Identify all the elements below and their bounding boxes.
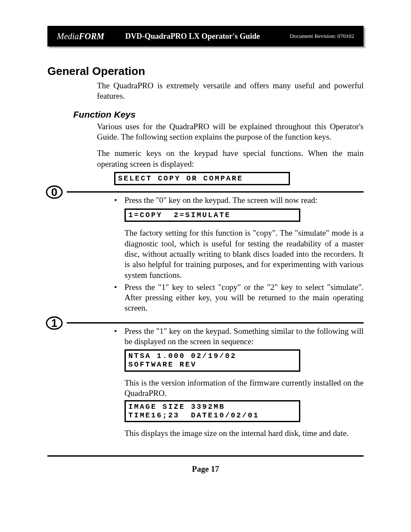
- bullet-icon: •: [114, 195, 125, 205]
- brand-logo: MediaFORM: [57, 31, 104, 41]
- step-1-explanation-2-text: This displays the image size on the inte…: [125, 428, 364, 439]
- section-heading: General Operation: [47, 65, 364, 78]
- function-keys-paragraph-2: The numeric keys on the keypad have spec…: [47, 148, 364, 169]
- page-number: Page 17: [47, 464, 364, 474]
- document-title: DVD-QuadraPRO LX Operator's Guide: [104, 32, 281, 41]
- step-1-explanation-2: This displays the image size on the inte…: [114, 428, 364, 439]
- step-0-badge: 0: [46, 184, 63, 201]
- step-1-rule: [67, 322, 364, 324]
- lcd-display-1: SELECT COPY OR COMPARE: [114, 172, 364, 186]
- lcd-text-software-rev: NTSA 1.000 02/19/02 SOFTWARE REV: [125, 349, 300, 371]
- document-revision: Document Revision: 070102: [281, 33, 354, 40]
- footer-rule: [47, 455, 364, 457]
- step-1-badge: 1: [46, 314, 63, 332]
- function-keys-paragraph-1: Various uses for the QuadraPRO will be e…: [47, 121, 364, 143]
- step-0-row: 0 • Press the "0" key on the keypad. The…: [47, 191, 364, 313]
- step-0-number: 0: [51, 186, 57, 199]
- document-page: MediaFORM DVD-QuadraPRO LX Operator's Gu…: [0, 0, 411, 532]
- lcd-text-copy-simulate: 1=COPY 2=SIMULATE: [125, 208, 300, 222]
- step-1-number: 1: [51, 317, 57, 330]
- step-0-bullet-1-text: Press the "0" key on the keypad. The scr…: [125, 195, 364, 205]
- step-1-bullet-1-text: Press the "1" key on the keypad. Somethi…: [125, 326, 364, 347]
- lcd-text-image-size: IMAGE SIZE 3392MB TIME16;23 DATE10/02/01: [125, 400, 300, 422]
- step-0-bullet-1: • Press the "0" key on the keypad. The s…: [114, 195, 364, 205]
- step-1-bullet-1: • Press the "1" key on the keypad. Somet…: [114, 326, 364, 347]
- bullet-icon: •: [114, 326, 125, 347]
- logo-text-media: Media: [57, 31, 79, 41]
- step-0-bullet-2-text: Press the "1" key to select "copy" or th…: [125, 282, 364, 314]
- page-header: MediaFORM DVD-QuadraPRO LX Operator's Gu…: [47, 26, 364, 47]
- subsection-heading: Function Keys: [73, 109, 364, 120]
- step-1-row: 1 • Press the "1" key on the keypad. Som…: [47, 322, 364, 439]
- intro-paragraph: The QuadraPRO is extremely versatile and…: [47, 81, 364, 102]
- step-0-explanation-text: The factory setting for this function is…: [125, 228, 364, 280]
- logo-text-form: FORM: [79, 31, 104, 41]
- step-1-explanation-1-text: This is the version information of the f…: [125, 378, 364, 399]
- bullet-icon: •: [114, 282, 125, 314]
- step-0-rule: [67, 191, 364, 193]
- step-0-bullet-2: • Press the "1" key to select "copy" or …: [114, 282, 364, 314]
- step-1-explanation-1: This is the version information of the f…: [114, 378, 364, 399]
- step-0-explanation: The factory setting for this function is…: [114, 228, 364, 280]
- lcd-text-select: SELECT COPY OR COMPARE: [114, 172, 290, 186]
